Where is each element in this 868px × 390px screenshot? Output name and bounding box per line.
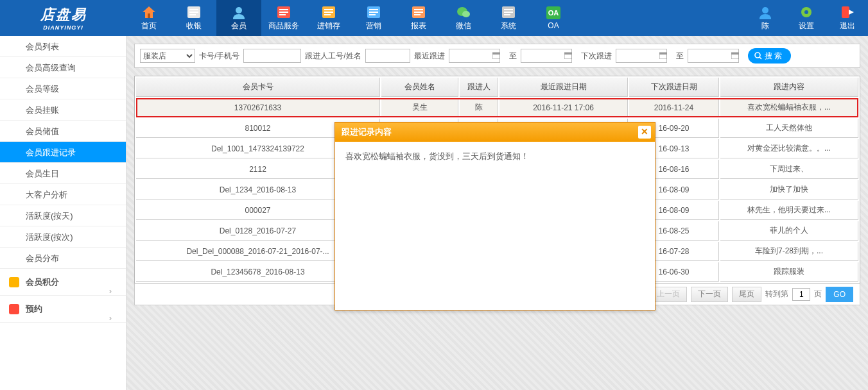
nav-label: 退出 [840,21,855,31]
cat-icon [9,277,19,287]
avatar-icon [758,5,773,19]
nav-goods[interactable]: 商品服务 [261,0,306,36]
sidebar-item-1[interactable]: 会员高级查询 [0,57,126,78]
nav-report[interactable]: 报表 [396,0,441,36]
nav-label: 报表 [411,21,426,31]
search-icon [754,52,762,60]
recent-from-input[interactable] [449,49,500,63]
sidebar-item-5[interactable]: 会员跟进记录 [0,142,126,163]
svg-marker-35 [849,10,854,15]
svg-rect-4 [189,12,198,13]
svg-rect-18 [369,14,376,15]
nav-label: 会员 [231,21,247,31]
cell: 陈 [460,98,498,117]
goods-icon [276,5,291,19]
nav-right: 陈设置退出 [745,0,868,36]
svg-point-33 [804,10,808,14]
logo-main: 店盘易 [40,5,87,24]
sidebar-item-6[interactable]: 会员生日 [0,163,126,184]
recent-to-input[interactable] [521,49,572,63]
pager-jump-label: 转到第 [765,289,788,300]
pager-page-input[interactable] [792,288,810,301]
pager-prev[interactable]: 上一页 [650,287,687,302]
nav-label: OA [548,21,559,30]
modal-header: 跟进记录内容 ✕ [335,123,655,142]
filter-bar: 服装店 卡号/手机号 跟进人工号/姓名 最近跟进 至 下次跟进 至 搜 索 [134,44,860,68]
pager-next[interactable]: 下一页 [691,287,728,302]
nav-sys[interactable]: 系统 [486,0,531,36]
card-input[interactable] [243,49,301,63]
svg-text:OA: OA [548,9,559,17]
follower-input[interactable] [365,49,410,63]
pager-go-button[interactable]: GO [826,287,853,302]
search-label: 搜 索 [765,51,782,62]
cell: 喜欢宽松蝙蝠袖衣服，... [720,98,858,117]
modal-title: 跟进记录内容 [342,127,392,137]
col-header: 会员姓名 [381,78,458,97]
mkt-icon [366,5,381,19]
report-icon [411,5,426,19]
nav-exit[interactable]: 退出 [827,0,868,36]
to-label: 至 [509,51,517,62]
nav-label: 首页 [141,21,157,31]
nav-user[interactable]: 会员 [216,0,261,36]
nav-oa[interactable]: OAOA [531,0,576,36]
oa-icon: OA [546,6,561,20]
svg-point-48 [755,53,760,58]
nav-label: 系统 [501,21,516,31]
sidebar-item-4[interactable]: 会员储值 [0,121,126,142]
next-from-input[interactable] [616,49,667,63]
svg-rect-21 [414,12,423,13]
search-button[interactable]: 搜 索 [748,48,791,64]
cell: 工人天然体他 [720,119,858,138]
stock-icon [321,5,336,19]
wechat-icon [456,5,471,19]
sidebar-item-7[interactable]: 大客户分析 [0,184,126,205]
store-select[interactable]: 服装店 [140,49,195,63]
nav-gear[interactable]: 设置 [786,0,827,36]
topbar: 店盘易 DIANYINGYI 首页收银会员商品服务进销存营销报表微信系统OAOA… [0,0,868,36]
svg-rect-20 [414,9,423,10]
pager-tail[interactable]: 尾页 [732,287,761,302]
sidebar-item-8[interactable]: 活跃度(按天) [0,205,126,226]
sidebar-item-9[interactable]: 活跃度(按次) [0,226,126,248]
nav-stock[interactable]: 进销存 [306,0,351,36]
col-header: 下次跟进日期 [629,78,719,97]
cell: 对黄金还比较满意。。... [720,139,858,158]
sidebar-cat[interactable]: 会员积分› [0,269,126,296]
close-icon[interactable]: ✕ [638,126,651,139]
to-label: 至 [676,51,684,62]
svg-line-49 [759,57,761,59]
sidebar-item-0[interactable]: 会员列表 [0,36,126,57]
next-to-input[interactable] [688,49,739,63]
sidebar-item-2[interactable]: 会员等级 [0,78,126,99]
gear-icon [799,5,814,19]
nav-label: 收银 [186,21,202,31]
home-icon [141,5,157,19]
svg-rect-14 [324,14,331,15]
nav-mkt[interactable]: 营销 [351,0,396,36]
sidebar-item-10[interactable]: 会员分布 [0,248,126,269]
svg-rect-22 [414,14,421,15]
logo: 店盘易 DIANYINGYI [0,0,126,36]
sidebar: 会员列表会员高级查询会员等级会员挂账会员储值会员跟进记录会员生日大客户分析活跃度… [0,36,126,390]
svg-rect-28 [504,14,510,15]
svg-point-31 [762,7,768,13]
cell: 下周过来、 [720,160,858,179]
nav-home[interactable]: 首页 [126,0,171,36]
svg-rect-12 [324,9,333,10]
cell: 13702671633 [136,98,380,117]
nav-cash[interactable]: 收银 [171,0,216,36]
nav-label: 设置 [799,21,814,31]
svg-rect-34 [842,6,849,18]
cell: 菲儿的个人 [720,221,858,241]
table-row[interactable]: 13702671633吴生陈2016-11-21 17:062016-11-24… [136,98,858,117]
sidebar-cat[interactable]: 预约› [0,296,126,323]
cell: 跟踪服装 [720,262,858,282]
cell: 加快了加快 [720,180,858,199]
cat-icon [9,304,19,314]
nav-avatar[interactable]: 陈 [745,0,786,36]
svg-rect-8 [279,9,288,10]
nav-wechat[interactable]: 微信 [441,0,486,36]
sidebar-item-3[interactable]: 会员挂账 [0,99,126,121]
